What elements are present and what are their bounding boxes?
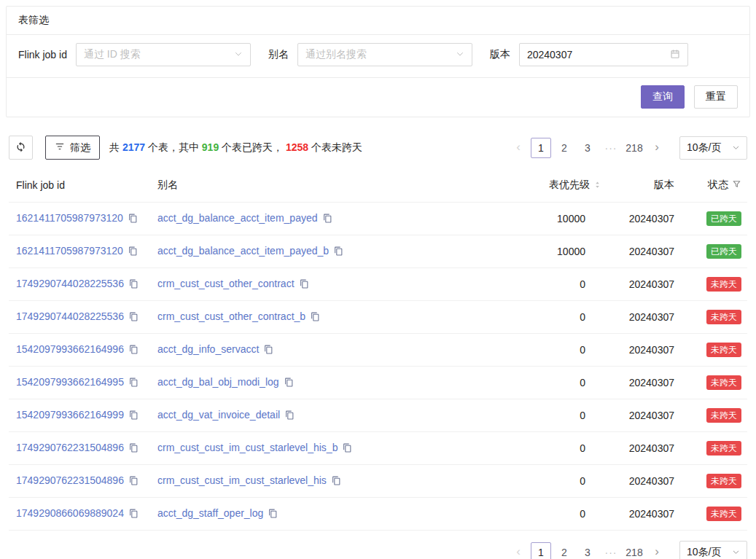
copy-icon[interactable] <box>128 246 138 258</box>
table-row: 1542097993662164999acct_dg_vat_invoice_d… <box>9 399 747 432</box>
alias-link[interactable]: acct_dg_balance_acct_item_payed <box>157 212 318 224</box>
copy-icon[interactable] <box>285 410 295 422</box>
page-button-3[interactable]: 3 <box>577 138 598 158</box>
page-button-218[interactable]: 218 <box>624 138 644 158</box>
alias-link[interactable]: acct_dg_staff_oper_log <box>157 507 263 519</box>
version-cell: 20240307 <box>607 465 680 498</box>
col-version: 版本 <box>607 173 680 203</box>
next-page-button[interactable]: › <box>647 542 666 559</box>
priority-cell: 0 <box>520 334 607 367</box>
table-row: 1542097993662164996acct_dg_info_servacct… <box>9 334 747 367</box>
copy-icon[interactable] <box>128 214 138 225</box>
status-badge: 未跨天 <box>706 441 741 456</box>
page-button-218[interactable]: 218 <box>624 542 644 559</box>
col-status-label: 状态 <box>708 179 728 190</box>
summary-part: 个表已跨天， <box>219 141 286 153</box>
copy-icon[interactable] <box>264 345 273 356</box>
priority-cell: 10000 <box>520 235 607 268</box>
alias-link[interactable]: acct_dg_vat_invoice_detail <box>157 409 280 421</box>
sort-icon[interactable] <box>593 179 601 191</box>
alias-link[interactable]: acct_dg_balance_acct_item_payed_b <box>157 245 329 257</box>
copy-icon[interactable] <box>129 410 139 422</box>
version-date-input[interactable]: 20240307 <box>519 43 688 66</box>
page-ellipsis: ··· <box>601 547 621 558</box>
filter-card-title: 表筛选 <box>18 14 49 26</box>
status-badge: 未跨天 <box>706 507 741 521</box>
flink-job-id-link[interactable]: 1621411705987973120 <box>16 245 123 257</box>
filter-toggle-button[interactable]: 筛选 <box>45 136 100 160</box>
priority-cell: 0 <box>520 399 607 432</box>
page-button-1[interactable]: 1 <box>531 542 551 559</box>
next-page-button[interactable]: › <box>647 138 666 158</box>
column-filter-funnel-icon[interactable] <box>732 179 741 191</box>
copy-icon[interactable] <box>129 279 139 291</box>
flink-job-id-link[interactable]: 1542097993662164996 <box>16 343 124 355</box>
alias-link[interactable]: crm_cust_cust_im_cust_starlevel_his <box>157 474 327 486</box>
flink-job-id-placeholder: 通过 ID 搜索 <box>84 48 141 61</box>
page-button-3[interactable]: 3 <box>577 542 598 559</box>
version-cell: 20240307 <box>607 432 680 465</box>
alias-label: 别名 <box>268 48 289 61</box>
field-flink-job-id: Flink job id 通过 ID 搜索 <box>18 43 251 66</box>
chevron-down-icon <box>732 142 740 154</box>
flink-job-id-link[interactable]: 1542097993662164999 <box>16 409 124 421</box>
alias-select[interactable]: 通过别名搜索 <box>297 43 472 66</box>
copy-icon[interactable] <box>129 443 139 455</box>
alias-link[interactable]: crm_cust_cust_im_cust_starlevel_his_b <box>157 442 338 453</box>
priority-cell: 0 <box>520 268 607 301</box>
flink-job-id-select[interactable]: 通过 ID 搜索 <box>76 43 251 66</box>
page-size-select-bottom[interactable]: 10条/页 <box>679 541 747 559</box>
version-cell: 20240307 <box>607 399 680 432</box>
version-label: 版本 <box>490 48 510 61</box>
pagination-bottom: ‹123···218› <box>507 542 668 559</box>
filter-card: 表筛选 Flink job id 通过 ID 搜索 别名 通过别名搜索 版本 <box>6 6 750 117</box>
copy-icon[interactable] <box>332 476 341 488</box>
page-button-2[interactable]: 2 <box>554 542 574 559</box>
prev-page-button[interactable]: ‹ <box>509 138 528 158</box>
flink-job-id-link[interactable]: 1749290762231504896 <box>16 442 124 453</box>
flink-job-id-link[interactable]: 1749290744028225536 <box>16 278 124 289</box>
filter-icon <box>55 141 65 154</box>
tables-list: Flink job id 别名 表优先级 版本 状态 1621411705987… <box>9 173 747 531</box>
copy-icon[interactable] <box>311 312 320 324</box>
flink-job-id-link[interactable]: 1749290762231504896 <box>16 474 124 486</box>
col-alias: 别名 <box>152 173 520 203</box>
reset-button[interactable]: 重置 <box>694 85 738 109</box>
page-button-2[interactable]: 2 <box>554 138 574 158</box>
alias-link[interactable]: acct_dg_info_servacct <box>157 343 259 355</box>
copy-icon[interactable] <box>334 246 343 258</box>
flink-job-id-link[interactable]: 1542097993662164995 <box>16 376 124 388</box>
alias-link[interactable]: crm_cust_cust_other_contract <box>157 278 295 289</box>
status-badge: 未跨天 <box>706 408 741 423</box>
copy-icon[interactable] <box>268 509 278 520</box>
copy-icon[interactable] <box>343 443 352 455</box>
flink-job-id-label: Flink job id <box>18 49 67 60</box>
query-button[interactable]: 查询 <box>641 85 685 109</box>
alias-link[interactable]: acct_dg_bal_obj_modi_log <box>157 376 279 388</box>
copy-icon[interactable] <box>129 345 139 356</box>
col-priority-label: 表优先级 <box>549 179 590 190</box>
field-version: 版本 20240307 <box>490 43 688 66</box>
copy-icon[interactable] <box>323 214 332 225</box>
table-row: 1749290744028225536crm_cust_cust_other_c… <box>9 268 747 301</box>
copy-icon[interactable] <box>129 312 139 324</box>
refresh-button[interactable] <box>9 136 33 160</box>
page-button-1[interactable]: 1 <box>531 138 551 158</box>
prev-page-button[interactable]: ‹ <box>509 542 528 559</box>
copy-icon[interactable] <box>284 378 294 389</box>
flink-job-id-link[interactable]: 1621411705987973120 <box>16 212 123 224</box>
copy-icon[interactable] <box>129 378 139 389</box>
flink-job-id-link[interactable]: 1749290744028225536 <box>16 310 124 322</box>
alias-link[interactable]: crm_cust_cust_other_contract_b <box>157 310 305 322</box>
version-cell: 20240307 <box>607 498 680 531</box>
pagination-top: ‹123···218› <box>507 138 668 158</box>
copy-icon[interactable] <box>129 476 139 488</box>
version-cell: 20240307 <box>607 334 680 367</box>
copy-icon[interactable] <box>300 279 309 291</box>
table-toolbar: 筛选 共 2177 个表，其中 919 个表已跨天， 1258 个表未跨天 ‹1… <box>9 136 747 160</box>
copy-icon[interactable] <box>129 509 139 520</box>
summary-part: 个表未跨天 <box>308 141 362 153</box>
page-size-select[interactable]: 10条/页 <box>679 136 747 160</box>
flink-job-id-link[interactable]: 1749290866069889024 <box>16 507 124 519</box>
bottom-pagination-bar: ‹123···218› 10条/页 <box>9 541 747 559</box>
